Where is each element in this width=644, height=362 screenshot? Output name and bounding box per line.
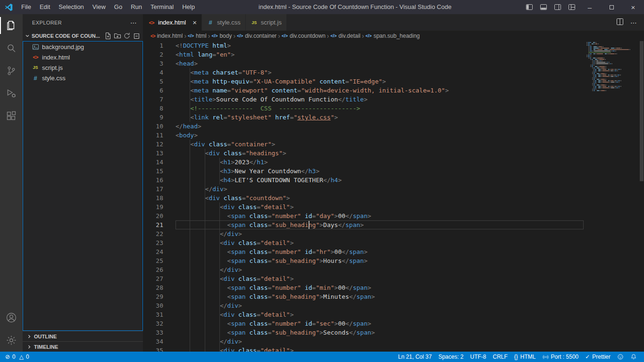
code-line-1[interactable]: 1<!DOCTYPE html>	[143, 41, 584, 50]
scrollbar-thumb[interactable]	[640, 41, 644, 181]
menu-file[interactable]: File	[17, 0, 35, 14]
eol[interactable]: CRLF	[490, 352, 511, 362]
file-index.html[interactable]: <>index.html	[23, 52, 142, 62]
new-file-icon[interactable]	[104, 32, 112, 40]
code-line-19[interactable]: 19<div class="detail">	[143, 202, 584, 211]
code-line-34[interactable]: 34</div>	[143, 337, 584, 346]
minimap[interactable]	[586, 42, 638, 92]
code-line-14[interactable]: 14<h1>2023</h1>	[143, 158, 584, 167]
file-background.jpg[interactable]: background.jpg	[23, 42, 142, 52]
tab-style.css[interactable]: #style.css	[202, 14, 246, 31]
maximize-button[interactable]	[601, 0, 622, 14]
minimize-button[interactable]: –	[579, 0, 601, 14]
code-line-5[interactable]: 5<meta http-equiv="X-UA-Compatible" cont…	[143, 77, 584, 86]
file-script.js[interactable]: JSscript.js	[23, 62, 142, 73]
menu-run[interactable]: Run	[126, 0, 146, 14]
new-folder-icon[interactable]	[114, 32, 121, 40]
timeline-panel-header[interactable]: TIMELINE	[23, 341, 143, 352]
cursor-position[interactable]: Ln 21, Col 37	[395, 352, 435, 362]
code-line-11[interactable]: 11<body>	[143, 131, 584, 140]
tab-close-icon[interactable]: ×	[192, 19, 197, 26]
code-line-25[interactable]: 25<span class="sub_heading">Hours</span>	[143, 256, 584, 265]
toggle-sidebar-icon[interactable]	[522, 0, 536, 14]
code-line-15[interactable]: 15<h3>New Year Countdown</h3>	[143, 167, 584, 176]
code-line-8[interactable]: 8<!--------------- CSS -----------------…	[143, 104, 584, 113]
menu-help[interactable]: Help	[178, 0, 199, 14]
activitybar-settings-icon[interactable]	[0, 329, 23, 352]
code-line-31[interactable]: 31<div class="detail">	[143, 310, 584, 319]
code-line-21[interactable]: 21<span class="sub_heading">Days</span>	[143, 220, 584, 229]
image-file-icon	[32, 43, 39, 51]
code-line-33[interactable]: 33<span class="sub_heading">Seconds</spa…	[143, 328, 584, 337]
breadcrumb-div.countdown[interactable]: </>div.countdown	[282, 33, 326, 39]
breadcrumb-index.html[interactable]: <>index.html	[151, 33, 183, 39]
code-line-4[interactable]: 4<meta charset="UTF-8">	[143, 68, 584, 77]
problems-status[interactable]: ⊘0△0	[2, 352, 33, 362]
vertical-scrollbar[interactable]	[639, 41, 644, 352]
menu-terminal[interactable]: Terminal	[146, 0, 178, 14]
outline-panel-header[interactable]: OUTLINE	[23, 331, 143, 341]
breadcrumb-div.container[interactable]: </>div.container	[237, 33, 276, 39]
activitybar-source-control-icon[interactable]	[0, 59, 23, 82]
menu-edit[interactable]: Edit	[35, 0, 54, 14]
code-line-24[interactable]: 24<span class="number" id="hr">00</span>	[143, 247, 584, 256]
tab-index.html[interactable]: <>index.html×	[143, 14, 202, 31]
code-line-22[interactable]: 22</div>	[143, 229, 584, 238]
close-button[interactable]: ×	[622, 0, 644, 14]
prettier[interactable]: ✓Prettier	[582, 352, 614, 362]
code-line-23[interactable]: 23<div class="detail">	[143, 238, 584, 247]
activitybar-extensions-icon[interactable]	[0, 105, 23, 127]
code-line-3[interactable]: 3<head>	[143, 59, 584, 68]
live-server-port[interactable]: Port : 5500	[539, 352, 582, 362]
breadcrumb-div.detail[interactable]: </>div.detail	[331, 33, 361, 39]
code-line-26[interactable]: 26</div>	[143, 265, 584, 274]
activitybar-run-debug-icon[interactable]	[0, 82, 23, 105]
activitybar-explorer-icon[interactable]	[0, 14, 23, 37]
line-number: 24	[143, 247, 163, 256]
code-line-29[interactable]: 29<span class="sub_heading">Minutes</spa…	[143, 292, 584, 301]
code-line-17[interactable]: 17</div>	[143, 185, 584, 194]
split-editor-icon[interactable]	[616, 18, 624, 27]
customize-layout-icon[interactable]	[565, 0, 579, 14]
window-title: index.html - Source Code Of Countdown Fu…	[198, 0, 512, 14]
notifications[interactable]	[627, 352, 640, 362]
code-line-28[interactable]: 28<span class="number" id="min">00</span…	[143, 283, 584, 292]
language-mode[interactable]: {}HTML	[511, 352, 539, 362]
collapse-all-icon[interactable]	[133, 32, 140, 40]
code-line-16[interactable]: 16<h4>LET'S COUNTDOWN TOGETHER</h4>	[143, 176, 584, 185]
code-line-20[interactable]: 20<span class="number" id="day">00</span…	[143, 211, 584, 220]
code-line-9[interactable]: 9<link rel="stylesheet" href="style.css"…	[143, 113, 584, 122]
breadcrumb-html[interactable]: </>html	[188, 33, 207, 39]
toggle-secondary-sidebar-icon[interactable]	[551, 0, 565, 14]
menu-go[interactable]: Go	[110, 0, 126, 14]
line-number: 10	[143, 122, 163, 131]
tab-script.js[interactable]: JSscript.js	[246, 14, 287, 31]
menu-view[interactable]: View	[88, 0, 110, 14]
code-line-30[interactable]: 30</div>	[143, 301, 584, 310]
folder-section-header[interactable]: SOURCE CODE OF COUN...	[23, 31, 143, 41]
code-line-35[interactable]: 35<div class="detail">	[143, 346, 584, 352]
code-editor[interactable]: 1<!DOCTYPE html>2<html lang="en">3<head>…	[143, 41, 644, 352]
code-line-10[interactable]: 10</head>	[143, 122, 584, 131]
explorer-more-actions-icon[interactable]: ⋯	[130, 19, 137, 26]
encoding[interactable]: UTF-8	[467, 352, 490, 362]
activitybar-accounts-icon[interactable]	[0, 306, 23, 329]
refresh-icon[interactable]	[123, 32, 131, 40]
breadcrumb-body[interactable]: </>body	[211, 33, 232, 39]
code-line-6[interactable]: 6<meta name="viewport" content="width=de…	[143, 86, 584, 95]
code-line-18[interactable]: 18<div class="countdown">	[143, 194, 584, 202]
code-line-2[interactable]: 2<html lang="en">	[143, 50, 584, 59]
breadcrumb-span.sub_heading[interactable]: </>span.sub_heading	[366, 33, 420, 39]
toggle-panel-icon[interactable]	[536, 0, 551, 14]
code-line-12[interactable]: 12<div class="container">	[143, 140, 584, 149]
feedback[interactable]	[614, 352, 627, 362]
file-style.css[interactable]: #style.css	[23, 73, 142, 83]
code-line-13[interactable]: 13<div class="headings">	[143, 149, 584, 158]
code-line-32[interactable]: 32<span class="number" id="sec">00</span…	[143, 319, 584, 328]
code-line-7[interactable]: 7<title>Source Code Of Countdown Functio…	[143, 95, 584, 104]
menu-selection[interactable]: Selection	[54, 0, 88, 14]
activitybar-search-icon[interactable]	[0, 37, 23, 59]
editor-more-actions-icon[interactable]: ⋯	[630, 19, 637, 26]
indentation[interactable]: Spaces: 2	[435, 352, 467, 362]
code-line-27[interactable]: 27<div class="detail">	[143, 274, 584, 283]
